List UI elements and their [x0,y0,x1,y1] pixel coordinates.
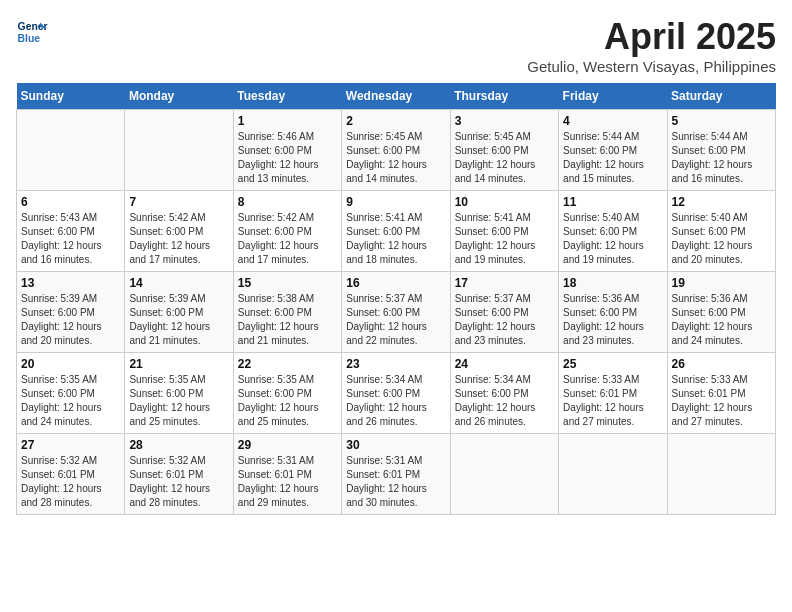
day-info: Sunrise: 5:44 AMSunset: 6:00 PMDaylight:… [672,130,771,186]
day-info: Sunrise: 5:41 AMSunset: 6:00 PMDaylight:… [346,211,445,267]
day-info: Sunrise: 5:35 AMSunset: 6:00 PMDaylight:… [238,373,337,429]
day-number: 28 [129,438,228,452]
day-number: 25 [563,357,662,371]
day-number: 9 [346,195,445,209]
day-info: Sunrise: 5:39 AMSunset: 6:00 PMDaylight:… [21,292,120,348]
day-info: Sunrise: 5:44 AMSunset: 6:00 PMDaylight:… [563,130,662,186]
calendar-cell: 25Sunrise: 5:33 AMSunset: 6:01 PMDayligh… [559,353,667,434]
calendar-cell [17,110,125,191]
day-number: 23 [346,357,445,371]
header-row: SundayMondayTuesdayWednesdayThursdayFrid… [17,83,776,110]
weekday-header-friday: Friday [559,83,667,110]
page-header: General Blue April 2025 Getulio, Western… [16,16,776,75]
day-info: Sunrise: 5:34 AMSunset: 6:00 PMDaylight:… [455,373,554,429]
calendar-cell: 22Sunrise: 5:35 AMSunset: 6:00 PMDayligh… [233,353,341,434]
logo-icon: General Blue [16,16,48,48]
day-info: Sunrise: 5:35 AMSunset: 6:00 PMDaylight:… [21,373,120,429]
calendar-cell: 23Sunrise: 5:34 AMSunset: 6:00 PMDayligh… [342,353,450,434]
calendar-cell: 29Sunrise: 5:31 AMSunset: 6:01 PMDayligh… [233,434,341,515]
page-title: April 2025 [527,16,776,58]
weekday-header-saturday: Saturday [667,83,775,110]
calendar-cell: 15Sunrise: 5:38 AMSunset: 6:00 PMDayligh… [233,272,341,353]
calendar-cell: 20Sunrise: 5:35 AMSunset: 6:00 PMDayligh… [17,353,125,434]
calendar-cell: 6Sunrise: 5:43 AMSunset: 6:00 PMDaylight… [17,191,125,272]
day-info: Sunrise: 5:42 AMSunset: 6:00 PMDaylight:… [129,211,228,267]
day-number: 4 [563,114,662,128]
day-info: Sunrise: 5:33 AMSunset: 6:01 PMDaylight:… [672,373,771,429]
day-number: 21 [129,357,228,371]
day-info: Sunrise: 5:36 AMSunset: 6:00 PMDaylight:… [563,292,662,348]
calendar-header: SundayMondayTuesdayWednesdayThursdayFrid… [17,83,776,110]
day-info: Sunrise: 5:41 AMSunset: 6:00 PMDaylight:… [455,211,554,267]
day-number: 18 [563,276,662,290]
day-info: Sunrise: 5:33 AMSunset: 6:01 PMDaylight:… [563,373,662,429]
day-number: 3 [455,114,554,128]
day-info: Sunrise: 5:43 AMSunset: 6:00 PMDaylight:… [21,211,120,267]
calendar-week-5: 27Sunrise: 5:32 AMSunset: 6:01 PMDayligh… [17,434,776,515]
calendar-cell [667,434,775,515]
page-subtitle: Getulio, Western Visayas, Philippines [527,58,776,75]
calendar-cell: 17Sunrise: 5:37 AMSunset: 6:00 PMDayligh… [450,272,558,353]
day-number: 24 [455,357,554,371]
day-number: 29 [238,438,337,452]
calendar-week-2: 6Sunrise: 5:43 AMSunset: 6:00 PMDaylight… [17,191,776,272]
calendar-week-1: 1Sunrise: 5:46 AMSunset: 6:00 PMDaylight… [17,110,776,191]
day-number: 17 [455,276,554,290]
day-number: 22 [238,357,337,371]
weekday-header-wednesday: Wednesday [342,83,450,110]
calendar-cell: 12Sunrise: 5:40 AMSunset: 6:00 PMDayligh… [667,191,775,272]
calendar-body: 1Sunrise: 5:46 AMSunset: 6:00 PMDaylight… [17,110,776,515]
day-number: 11 [563,195,662,209]
calendar-cell: 27Sunrise: 5:32 AMSunset: 6:01 PMDayligh… [17,434,125,515]
title-block: April 2025 Getulio, Western Visayas, Phi… [527,16,776,75]
day-number: 19 [672,276,771,290]
calendar-cell: 21Sunrise: 5:35 AMSunset: 6:00 PMDayligh… [125,353,233,434]
day-number: 26 [672,357,771,371]
calendar-cell: 10Sunrise: 5:41 AMSunset: 6:00 PMDayligh… [450,191,558,272]
day-info: Sunrise: 5:35 AMSunset: 6:00 PMDaylight:… [129,373,228,429]
day-number: 12 [672,195,771,209]
calendar-table: SundayMondayTuesdayWednesdayThursdayFrid… [16,83,776,515]
calendar-cell [450,434,558,515]
weekday-header-monday: Monday [125,83,233,110]
day-info: Sunrise: 5:31 AMSunset: 6:01 PMDaylight:… [238,454,337,510]
day-info: Sunrise: 5:36 AMSunset: 6:00 PMDaylight:… [672,292,771,348]
day-number: 27 [21,438,120,452]
calendar-cell: 26Sunrise: 5:33 AMSunset: 6:01 PMDayligh… [667,353,775,434]
calendar-cell: 19Sunrise: 5:36 AMSunset: 6:00 PMDayligh… [667,272,775,353]
calendar-cell: 14Sunrise: 5:39 AMSunset: 6:00 PMDayligh… [125,272,233,353]
day-number: 2 [346,114,445,128]
logo: General Blue [16,16,48,48]
calendar-week-4: 20Sunrise: 5:35 AMSunset: 6:00 PMDayligh… [17,353,776,434]
calendar-cell: 4Sunrise: 5:44 AMSunset: 6:00 PMDaylight… [559,110,667,191]
calendar-cell: 9Sunrise: 5:41 AMSunset: 6:00 PMDaylight… [342,191,450,272]
calendar-cell: 24Sunrise: 5:34 AMSunset: 6:00 PMDayligh… [450,353,558,434]
day-number: 1 [238,114,337,128]
day-info: Sunrise: 5:34 AMSunset: 6:00 PMDaylight:… [346,373,445,429]
day-info: Sunrise: 5:32 AMSunset: 6:01 PMDaylight:… [129,454,228,510]
calendar-cell: 8Sunrise: 5:42 AMSunset: 6:00 PMDaylight… [233,191,341,272]
day-info: Sunrise: 5:39 AMSunset: 6:00 PMDaylight:… [129,292,228,348]
weekday-header-tuesday: Tuesday [233,83,341,110]
day-info: Sunrise: 5:40 AMSunset: 6:00 PMDaylight:… [563,211,662,267]
day-number: 20 [21,357,120,371]
day-number: 13 [21,276,120,290]
day-info: Sunrise: 5:32 AMSunset: 6:01 PMDaylight:… [21,454,120,510]
day-info: Sunrise: 5:45 AMSunset: 6:00 PMDaylight:… [346,130,445,186]
day-number: 16 [346,276,445,290]
day-number: 30 [346,438,445,452]
weekday-header-sunday: Sunday [17,83,125,110]
calendar-cell: 3Sunrise: 5:45 AMSunset: 6:00 PMDaylight… [450,110,558,191]
day-info: Sunrise: 5:46 AMSunset: 6:00 PMDaylight:… [238,130,337,186]
svg-text:Blue: Blue [18,33,41,44]
calendar-cell: 18Sunrise: 5:36 AMSunset: 6:00 PMDayligh… [559,272,667,353]
calendar-cell: 13Sunrise: 5:39 AMSunset: 6:00 PMDayligh… [17,272,125,353]
day-info: Sunrise: 5:42 AMSunset: 6:00 PMDaylight:… [238,211,337,267]
day-number: 15 [238,276,337,290]
weekday-header-thursday: Thursday [450,83,558,110]
calendar-week-3: 13Sunrise: 5:39 AMSunset: 6:00 PMDayligh… [17,272,776,353]
calendar-cell: 30Sunrise: 5:31 AMSunset: 6:01 PMDayligh… [342,434,450,515]
day-number: 10 [455,195,554,209]
day-info: Sunrise: 5:40 AMSunset: 6:00 PMDaylight:… [672,211,771,267]
day-info: Sunrise: 5:37 AMSunset: 6:00 PMDaylight:… [346,292,445,348]
